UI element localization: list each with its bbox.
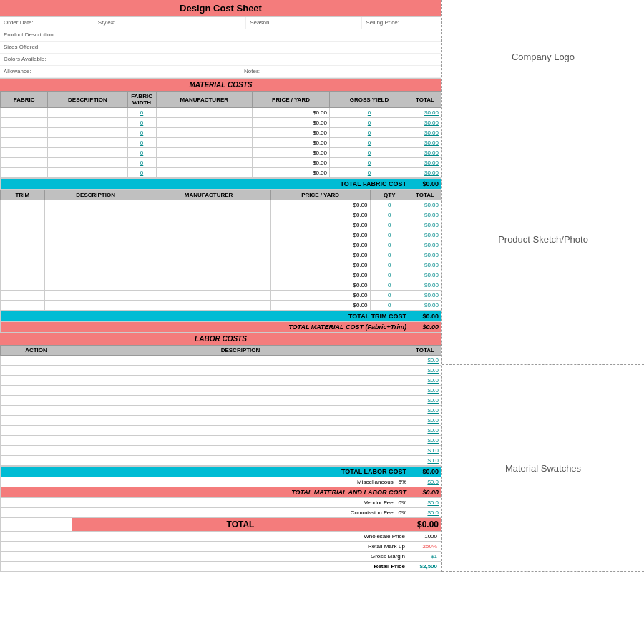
order-date-cell: Order Date: [0, 17, 94, 29]
info-row-5: Allowance: Notes: [0, 66, 441, 78]
total-material-row: TOTAL MATERIAL COST (Fabric+Trim) $0.00 [1, 322, 441, 333]
fabric-desc-cell [48, 108, 127, 118]
trim-qty-cell: 0 [370, 220, 409, 230]
trim-cell [1, 200, 45, 210]
fabric-yield-cell: 0 [330, 128, 409, 138]
fabric-cell [1, 138, 48, 148]
fabric-width-cell: 0 [127, 148, 156, 158]
trim-cell [1, 220, 45, 230]
total-value: $0.00 [409, 518, 441, 532]
trim-desc-cell [44, 291, 147, 301]
trim-qty-cell: 0 [370, 301, 409, 311]
trim-col-header: TRIM [1, 190, 45, 200]
trim-qty-cell: 0 [370, 260, 409, 270]
commission-fee-pct: 0% [398, 509, 406, 516]
fabric-cell [1, 118, 48, 128]
trim-manufacturer-cell [147, 200, 270, 210]
trim-desc-cell [44, 230, 147, 240]
labor-row: $0.0 [1, 456, 441, 466]
selling-price-label: Selling Price: [366, 19, 438, 26]
fabric-price-cell: $0.00 [252, 118, 329, 128]
fabric-cell [1, 108, 48, 118]
total-col-header: TOTAL [409, 92, 441, 108]
trim-desc-cell [44, 260, 147, 270]
fabric-price-cell: $0.00 [252, 158, 329, 168]
trim-desc-cell [44, 280, 147, 291]
company-logo-label: Company Logo [512, 52, 575, 62]
misc-label: Miscellaneous [357, 479, 394, 485]
labor-desc-cell [72, 396, 409, 406]
fabric-desc-cell [48, 128, 127, 138]
labor-row: $0.0 [1, 396, 441, 406]
action-col-header: ACTION [1, 346, 72, 356]
trim-cell [1, 280, 45, 291]
fabric-yield-cell: 0 [330, 168, 409, 178]
total-label: TOTAL [72, 518, 409, 532]
trim-desc-cell [44, 200, 147, 210]
fabric-yield-cell: 0 [330, 108, 409, 118]
trim-row: $0.00 0 $0.00 [1, 301, 441, 311]
fabric-table: FABRIC DESCRIPTION FABRIC WIDTH MANUFACT… [0, 91, 441, 178]
notes-cell: Notes: [240, 66, 441, 77]
total-labor-row: TOTAL LABOR COST $0.00 [1, 467, 441, 477]
commission-fee-row: Commission Fee 0% $0.0 [1, 508, 441, 518]
fabric-cell [1, 158, 48, 168]
trim-price-cell: $0.00 [270, 210, 370, 220]
gross-margin-label: Gross Margin [72, 552, 409, 562]
labor-row: $0.0 [1, 426, 441, 436]
labor-total-cell: $0.0 [409, 456, 441, 466]
trim-cell [1, 301, 45, 311]
labor-action-cell [1, 416, 72, 426]
commission-fee-value: $0.0 [409, 508, 441, 518]
labor-action-cell [1, 396, 72, 406]
material-swatches-label: Material Swatches [505, 463, 581, 474]
trim-price-cell: $0.00 [270, 260, 370, 270]
fabric-cell [1, 148, 48, 158]
trim-manufacturer-cell [147, 270, 270, 280]
labor-desc-cell [72, 426, 409, 436]
trim-total-col-header: TOTAL [409, 190, 441, 200]
trim-qty-cell: 0 [370, 240, 409, 250]
fabric-total-cell: $0.00 [409, 158, 441, 168]
trim-total-cell: $0.00 [409, 250, 441, 260]
labor-action-cell [1, 386, 72, 396]
sizes-label: Sizes Offered: [4, 44, 438, 50]
labor-desc-cell [72, 386, 409, 396]
fabric-price-cell: $0.00 [252, 108, 329, 118]
labor-desc-cell [72, 416, 409, 426]
trim-cell [1, 260, 45, 270]
labor-total-col-header: TOTAL [409, 346, 441, 356]
total-trim-value: $0.00 [409, 311, 441, 322]
commission-fee-label: Commission Fee [351, 509, 394, 516]
labor-desc-cell [72, 436, 409, 446]
info-row-1: Order Date: Style#: Season: Selling Pric… [0, 17, 441, 29]
manufacturer-col-header: MANUFACTURER [156, 92, 252, 108]
width-col-header: FABRIC WIDTH [127, 92, 156, 108]
retail-markup-row: Retail Mark-up 250% [1, 542, 441, 552]
trim-price-cell: $0.00 [270, 291, 370, 301]
labor-row: $0.0 [1, 356, 441, 366]
fabric-manufacturer-cell [156, 158, 252, 168]
labor-desc-cell [72, 366, 409, 376]
vendor-fee-value: $0.0 [409, 498, 441, 508]
colors-label: Colors Available: [4, 56, 438, 62]
labor-total-cell: $0.0 [409, 416, 441, 426]
labor-row: $0.0 [1, 436, 441, 446]
order-date-label: Order Date: [4, 19, 90, 26]
trim-cell [1, 230, 45, 240]
fabric-total-cell: $0.00 [409, 118, 441, 128]
total-fabric-value: $0.00 [409, 179, 441, 190]
trim-price-cell: $0.00 [270, 250, 370, 260]
labor-row: $0.0 [1, 366, 441, 376]
total-mat-labor-value: $0.00 [409, 487, 441, 498]
fabric-width-cell: 0 [127, 158, 156, 168]
fabric-manufacturer-cell [156, 138, 252, 148]
wholesale-label: Wholesale Price [72, 532, 409, 542]
total-trim-label: TOTAL TRIM COST [1, 311, 409, 322]
sketch-area: Product Sketch/Photo [442, 114, 644, 365]
info-row-2: Product Description: [0, 29, 441, 42]
labor-action-cell [1, 366, 72, 376]
trim-desc-cell [44, 240, 147, 250]
gross-margin-row: Gross Margin $1 [1, 552, 441, 562]
trim-total-cell: $0.00 [409, 291, 441, 301]
